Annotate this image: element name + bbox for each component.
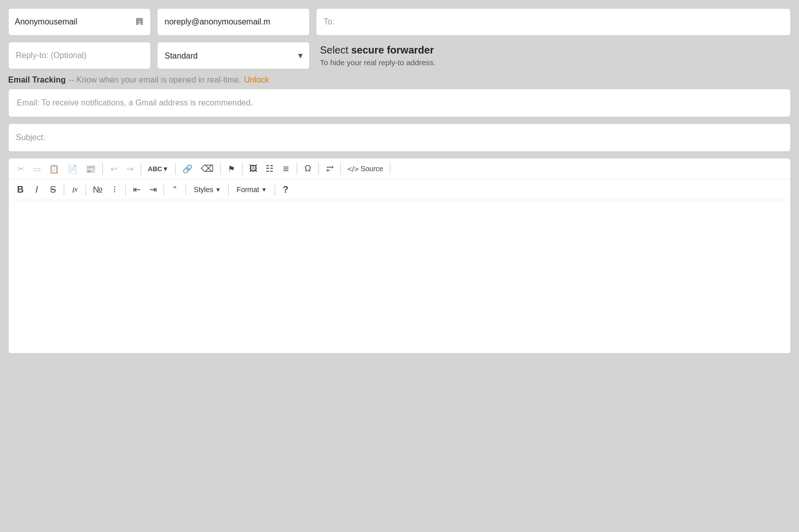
reply-to-row: Standard Option 1 Option 2 Select secure…	[8, 42, 791, 69]
toolbar-sep-5	[242, 163, 243, 175]
secure-forwarder-info: Select secure forwarder To hide your rea…	[316, 42, 791, 69]
paste-word-button[interactable]: 📰	[82, 161, 99, 176]
tracking-section: Email Tracking -- Know when your email i…	[8, 75, 791, 117]
toolbar-sep-12	[125, 183, 126, 196]
source-icon: </>	[348, 165, 359, 173]
editor-body[interactable]	[9, 200, 790, 353]
from-email-input[interactable]	[157, 8, 310, 36]
outdent-button[interactable]: ⇤	[129, 182, 144, 197]
reply-to-input[interactable]	[8, 42, 151, 69]
format-label: Format	[236, 185, 259, 194]
tracking-email-input[interactable]	[8, 89, 791, 117]
source-button[interactable]: </> Source	[344, 161, 387, 176]
toolbar-sep-13	[164, 183, 164, 196]
bold-button[interactable]: B	[13, 182, 28, 197]
redo-button[interactable]: ↪	[122, 161, 138, 176]
toolbar-sep-7	[318, 163, 319, 175]
ordered-list-button[interactable]: №	[89, 182, 106, 197]
special-chars-button[interactable]: Ω	[300, 161, 315, 176]
toolbar-sep-10	[64, 183, 64, 196]
from-name-input[interactable]	[15, 17, 131, 26]
help-button[interactable]: ?	[278, 182, 294, 197]
toolbar-sep-14	[185, 183, 186, 196]
secure-forwarder-subtitle: To hide your real reply-to address.	[320, 58, 787, 67]
toolbar-row-1: ✂ ▭ 📋 📄 📰 ↩ ↪ ABC▼ 🔗 ⌫ ⚑ 🖼 ☷ ≡ Ω ⥂ </> S…	[9, 158, 790, 179]
horizontal-line-button[interactable]: ≡	[278, 161, 294, 176]
spellcheck-button[interactable]: ABC▼	[144, 161, 172, 176]
paste-button[interactable]: 📋	[45, 161, 63, 176]
remove-format-button[interactable]: Ix	[67, 182, 83, 197]
toolbar-sep-9	[390, 163, 390, 175]
table-button[interactable]: ☷	[262, 161, 277, 176]
toolbar-sep-3	[175, 163, 176, 175]
source-label: Source	[361, 165, 383, 173]
contact-icon: 🖪	[135, 17, 144, 28]
toolbar-sep-8	[340, 163, 341, 175]
anchor-button[interactable]: ⚑	[224, 161, 239, 176]
to-input[interactable]	[316, 8, 791, 36]
strikethrough-button[interactable]: S	[45, 182, 61, 197]
styles-label: Styles	[194, 185, 213, 194]
editor-container: ✂ ▭ 📋 📄 📰 ↩ ↪ ABC▼ 🔗 ⌫ ⚑ 🖼 ☷ ≡ Ω ⥂ </> S…	[8, 158, 791, 354]
styles-dropdown[interactable]: Styles ▼	[189, 183, 225, 196]
toolbar-sep-6	[297, 163, 297, 175]
toolbar-sep-2	[141, 163, 141, 175]
blockquote-button[interactable]: “	[167, 182, 182, 197]
secure-forwarder-title: Select secure forwarder	[320, 44, 787, 56]
from-name-wrapper: 🖪	[8, 8, 151, 36]
toolbar-row-2: B I S Ix № ⁝ ⇤ ⇥ “ Styles ▼ Format ▼ ?	[9, 179, 790, 200]
subject-input[interactable]	[8, 123, 791, 152]
toolbar-sep-16	[275, 183, 275, 196]
unlink-button[interactable]: ⌫	[197, 161, 217, 176]
from-to-row: 🖪	[8, 8, 791, 36]
toolbar-sep-11	[86, 183, 86, 196]
format-dropdown[interactable]: Format ▼	[232, 183, 271, 196]
styles-chevron-icon: ▼	[215, 187, 221, 193]
maximize-button[interactable]: ⥂	[322, 161, 337, 176]
unlock-link[interactable]: Unlock	[244, 75, 269, 85]
link-button[interactable]: 🔗	[179, 161, 196, 176]
paste-text-button[interactable]: 📄	[64, 161, 81, 176]
undo-button[interactable]: ↩	[106, 161, 121, 176]
standard-select[interactable]: Standard Option 1 Option 2	[157, 42, 310, 69]
tracking-description: -- Know when your email is opened in rea…	[69, 75, 241, 85]
copy-button[interactable]: ▭	[29, 161, 44, 176]
secure-forwarder-bold: secure forwarder	[351, 44, 434, 56]
standard-select-wrapper: Standard Option 1 Option 2	[157, 42, 310, 69]
format-chevron-icon: ▼	[261, 187, 267, 193]
toolbar-sep-15	[228, 183, 229, 196]
cut-button[interactable]: ✂	[13, 161, 28, 176]
tracking-label: Email Tracking	[8, 75, 66, 85]
toolbar-sep-1	[102, 163, 103, 175]
italic-button[interactable]: I	[29, 182, 44, 197]
unordered-list-button[interactable]: ⁝	[107, 182, 122, 197]
toolbar-sep-4	[220, 163, 221, 175]
indent-button[interactable]: ⇥	[145, 182, 161, 197]
image-button[interactable]: 🖼	[246, 161, 261, 176]
tracking-label-row: Email Tracking -- Know when your email i…	[8, 75, 791, 85]
